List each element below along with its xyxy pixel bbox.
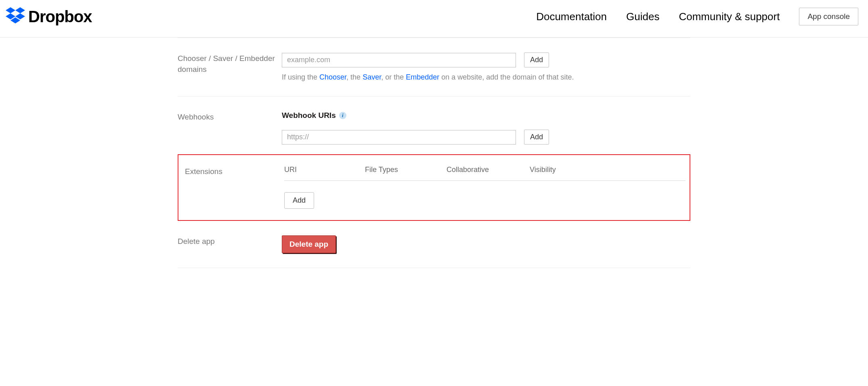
domains-add-button[interactable]: Add <box>524 52 549 67</box>
webhook-uri-input[interactable] <box>282 130 516 145</box>
settings-form: Chooser / Saver / Embedder domains Add I… <box>178 38 690 268</box>
webhooks-heading: Webhook URIs i <box>282 111 690 120</box>
col-file-types: File Types <box>365 166 447 174</box>
dropbox-icon <box>6 7 25 26</box>
app-console-button[interactable]: App console <box>799 8 858 25</box>
nav-links: Documentation Guides Community & support… <box>536 8 862 25</box>
col-uri: URI <box>284 166 365 174</box>
top-nav: Dropbox Documentation Guides Community &… <box>0 0 868 38</box>
link-saver[interactable]: Saver <box>363 73 381 81</box>
delete-app-button[interactable]: Delete app <box>282 235 336 253</box>
section-webhooks: Webhooks Webhook URIs i Add <box>178 96 690 154</box>
section-domains: Chooser / Saver / Embedder domains Add I… <box>178 38 690 96</box>
svg-marker-1 <box>15 7 25 13</box>
domains-label: Chooser / Saver / Embedder domains <box>178 52 282 82</box>
info-icon[interactable]: i <box>339 112 346 119</box>
link-embedder[interactable]: Embedder <box>406 73 439 81</box>
nav-documentation[interactable]: Documentation <box>536 10 607 23</box>
domains-input[interactable] <box>282 53 516 67</box>
extensions-add-button[interactable]: Add <box>284 192 314 209</box>
webhooks-label: Webhooks <box>178 111 282 145</box>
col-collaborative: Collaborative <box>447 166 530 174</box>
brand-name: Dropbox <box>28 8 92 26</box>
delete-label: Delete app <box>178 235 282 253</box>
section-extensions: Extensions URI File Types Collaborative … <box>178 154 690 221</box>
link-chooser[interactable]: Chooser <box>319 73 346 81</box>
nav-community[interactable]: Community & support <box>679 10 780 23</box>
section-delete-app: Delete app Delete app <box>178 221 690 268</box>
nav-guides[interactable]: Guides <box>626 10 659 23</box>
domains-help-text: If using the Chooser, the Saver, or the … <box>282 73 690 82</box>
svg-marker-0 <box>6 7 15 13</box>
extensions-label: Extensions <box>185 166 284 209</box>
col-visibility: Visibility <box>530 166 686 174</box>
extensions-table-header: URI File Types Collaborative Visibility <box>284 166 686 181</box>
brand-logo[interactable]: Dropbox <box>6 7 92 26</box>
webhook-add-button[interactable]: Add <box>524 130 549 145</box>
